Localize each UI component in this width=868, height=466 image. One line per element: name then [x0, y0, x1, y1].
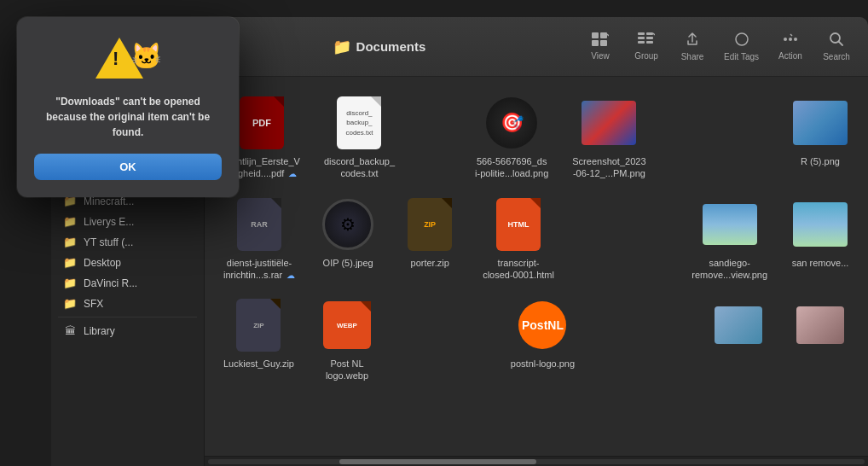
sidebar-item-label: Desktop	[84, 257, 121, 269]
group-label: Group	[634, 51, 658, 61]
sidebar-item-label: Library	[84, 325, 115, 337]
location-bar: 📁 Documents	[333, 38, 426, 56]
scrollbar-thumb	[339, 459, 536, 464]
file-name: porter.zip	[411, 257, 449, 269]
file-icon-sandiego2	[793, 197, 848, 252]
library-icon: 🏛	[63, 324, 77, 337]
file-name: Luckiest_Guy.zip	[223, 358, 294, 370]
edit-tags-icon	[734, 32, 749, 50]
file-icon-porter: ZIP	[402, 197, 457, 252]
content-area: PDF Richtlijn_Eerste_Veiligheid....pdf ☁…	[205, 77, 868, 456]
folder-icon: 📁	[63, 297, 77, 310]
view-label: View	[591, 51, 610, 61]
sidebar-item-yt[interactable]: 📁 YT stuff (...	[55, 232, 200, 252]
file-icon-police: 🎯	[484, 96, 539, 150]
file-icon-r5	[793, 96, 848, 150]
file-icon-luckiest: ZIP	[231, 298, 286, 352]
svg-point-12	[789, 38, 792, 41]
group-icon	[638, 32, 655, 50]
view-button[interactable]: View	[579, 29, 622, 64]
action-icon	[782, 32, 799, 50]
svg-point-10	[736, 33, 748, 45]
file-name: OIP (5).jpeg	[323, 257, 373, 269]
file-icon-thumb2	[793, 298, 848, 352]
sidebar-item-sfx[interactable]: 📁 SFX	[55, 294, 200, 313]
sidebar-item-desktop[interactable]: 📁 Desktop	[55, 253, 200, 272]
file-icon-oip: ⚙	[321, 197, 375, 252]
search-button[interactable]: Search	[815, 28, 858, 65]
svg-rect-4	[638, 32, 645, 35]
share-label: Share	[681, 52, 704, 61]
group-button[interactable]: Group	[625, 29, 668, 64]
file-name: 566-5667696_dsi-politie...load.png	[475, 155, 548, 180]
svg-rect-7	[646, 37, 653, 39]
file-item-luckiest[interactable]: ZIP Luckiest_Guy.zip	[218, 293, 299, 387]
scrollbar[interactable]	[205, 456, 868, 466]
file-item-screenshot[interactable]: Screenshot_2023-06-12_...PM.png	[567, 90, 651, 185]
file-item-postnl-png[interactable]: PostNL postnl-logo.png	[506, 293, 580, 387]
toolbar-center: 📁 Documents	[186, 38, 572, 56]
sidebar-item-label: DaVinci R...	[84, 277, 137, 289]
svg-rect-8	[638, 41, 645, 44]
folder-icon: 📁	[63, 215, 77, 228]
svg-rect-9	[646, 41, 653, 44]
file-name: transcript-closed-0001.html	[483, 257, 554, 282]
share-icon	[685, 32, 700, 50]
alert-icon-area: ! 🐱	[34, 34, 222, 82]
svg-rect-0	[592, 32, 599, 38]
alert-ok-button[interactable]: OK	[34, 154, 222, 180]
view-icon	[592, 32, 609, 50]
sidebar-divider-2	[58, 317, 197, 317]
svg-line-15	[839, 42, 843, 46]
action-label: Action	[778, 51, 802, 61]
file-item-porter[interactable]: ZIP porter.zip	[396, 192, 464, 287]
file-name: dienst-justitiële-inrichtin...s.rar ☁	[223, 257, 295, 282]
file-item-sandiego1[interactable]: sandiego-remove...view.png	[686, 192, 773, 287]
svg-rect-2	[592, 40, 599, 46]
edit-tags-button[interactable]: Edit Tags	[717, 28, 766, 65]
file-item-postnl-webp[interactable]: WEBP Post NLlogo.webp	[313, 293, 381, 387]
svg-rect-5	[646, 32, 653, 35]
file-item-sandiego2[interactable]: san remove...	[786, 192, 854, 287]
search-label: Search	[823, 52, 850, 61]
sidebar-item-liverys[interactable]: 📁 Liverys E...	[55, 212, 200, 231]
scrollbar-track	[208, 459, 865, 464]
svg-rect-1	[600, 32, 607, 38]
alert-dialog: ! 🐱 "Downloads" can't be opened because …	[17, 17, 239, 197]
file-item-r5[interactable]: R (5).png	[786, 90, 854, 185]
folder-icon: 📁	[63, 277, 77, 289]
file-item-rar[interactable]: RAR dienst-justitiële-inrichtin...s.rar …	[218, 192, 300, 287]
file-item-thumb2[interactable]	[786, 293, 854, 387]
sidebar-item-label: Liverys E...	[84, 216, 134, 228]
file-icon-thumb1	[711, 298, 766, 352]
file-icon-sandiego1	[703, 197, 757, 252]
file-item-thumb1[interactable]	[704, 293, 773, 387]
file-name: Screenshot_2023-06-12_...PM.png	[572, 155, 645, 180]
sidebar-item-davinci[interactable]: 📁 DaVinci R...	[55, 273, 200, 293]
file-name: discord_backup_codes.txt	[324, 155, 395, 180]
sidebar-item-library[interactable]: 🏛 Library	[55, 321, 200, 341]
share-button[interactable]: Share	[671, 28, 714, 65]
file-name: Post NLlogo.webp	[326, 358, 368, 382]
file-icon-pdf: PDF	[234, 96, 289, 150]
file-name: san remove...	[792, 257, 849, 269]
file-name: postnl-logo.png	[511, 358, 575, 370]
sidebar-item-label: YT stuff (...	[84, 236, 133, 248]
file-item-police[interactable]: 🎯 566-5667696_dsi-politie...load.png	[470, 90, 553, 185]
file-item[interactable]: discord_backup_codes.txt discord_backup_…	[319, 90, 400, 185]
file-item-oip[interactable]: ⚙ OIP (5).jpeg	[314, 192, 382, 287]
file-item-transcript[interactable]: HTML transcript-closed-0001.html	[477, 192, 559, 287]
edit-tags-label: Edit Tags	[724, 52, 759, 61]
toolbar-right: View Group	[579, 28, 858, 65]
file-icon-postnl-png: PostNL	[515, 298, 570, 352]
folder-icon: 📁	[63, 236, 77, 248]
svg-rect-3	[600, 40, 607, 46]
svg-point-11	[784, 38, 787, 41]
action-button[interactable]: Action	[769, 29, 812, 64]
file-icon-txt: discord_backup_codes.txt	[332, 96, 386, 150]
search-icon	[829, 32, 844, 50]
alert-message: "Downloads" can't be opened because the …	[34, 94, 222, 140]
svg-point-13	[794, 38, 797, 41]
file-name: R (5).png	[801, 155, 840, 167]
file-icon-rar: RAR	[232, 197, 286, 252]
